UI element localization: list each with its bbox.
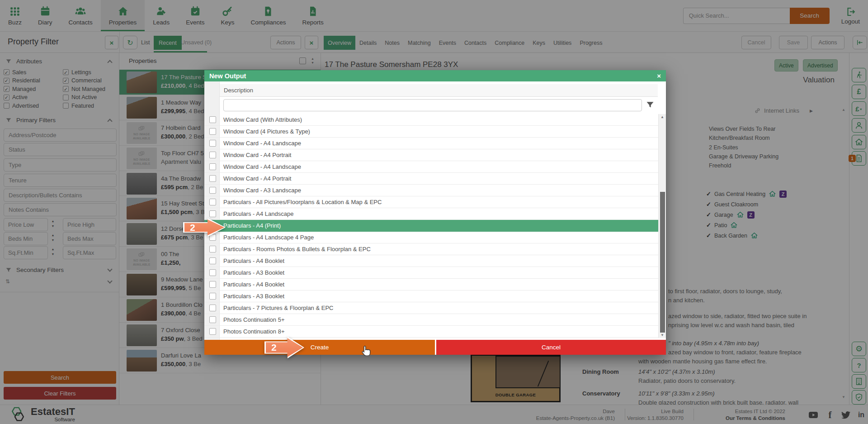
modal-header: New Output × bbox=[204, 70, 666, 81]
output-row-particulars-rooms-photos-bullets-floorplan-epc[interactable]: Particulars - Rooms Photos & Bullets & F… bbox=[204, 243, 658, 255]
output-row-label: Window Card - A4 Landscape bbox=[223, 163, 301, 170]
row-checkbox[interactable] bbox=[209, 128, 216, 135]
output-row-label: Window Card - A3 Landscape bbox=[223, 187, 301, 194]
output-row-window-card-with-attributes[interactable]: Window Card (With Attributes) bbox=[204, 114, 658, 126]
output-row-label: Particulars - A4 Booklet bbox=[223, 257, 284, 264]
scroll-down-icon[interactable]: ▼ bbox=[659, 333, 666, 337]
step-annotation-create: 2 bbox=[264, 337, 304, 358]
output-row-label: Particulars - A3 Booklet bbox=[223, 269, 284, 276]
output-row-label: Photos Continuation 8+ bbox=[223, 328, 285, 335]
output-row-particulars-a3-booklet[interactable]: Particulars - A3 Booklet bbox=[204, 267, 658, 279]
modal-scrollbar[interactable]: ▲ ▼ bbox=[658, 114, 666, 338]
filter-funnel-icon[interactable] bbox=[646, 100, 655, 110]
output-row-label: Particulars - 7 Pictures & Floorplan & E… bbox=[223, 305, 333, 311]
output-row-particulars-a4-landscape[interactable]: Particulars - A4 Landscape bbox=[204, 208, 658, 220]
output-row-label: Window Card - A4 Portrait bbox=[223, 152, 291, 158]
output-row-particulars-7-pictures-floorplan-epc[interactable]: Particulars - 7 Pictures & Floorplan & E… bbox=[204, 302, 658, 314]
modal-cancel-button[interactable]: Cancel bbox=[436, 340, 666, 355]
create-button[interactable]: Create bbox=[204, 340, 435, 355]
output-row-window-card-a4-portrait[interactable]: Window Card - A4 Portrait bbox=[204, 149, 658, 161]
output-row-label: Window Card - A4 Portrait bbox=[223, 175, 291, 182]
output-row-particulars-a4-booklet[interactable]: Particulars - A4 Booklet bbox=[204, 255, 658, 267]
output-row-particulars-a4-print[interactable]: Particulars - A4 (Print) bbox=[204, 220, 658, 232]
row-checkbox[interactable] bbox=[209, 305, 216, 311]
output-row-label: Window Card - A4 Landscape bbox=[223, 140, 301, 147]
modal-body: Description Window Card (With Attributes… bbox=[204, 81, 666, 340]
output-row-window-card-a4-landscape[interactable]: Window Card - A4 Landscape bbox=[204, 161, 658, 173]
output-row-particulars-a4-booklet[interactable]: Particulars - A4 Booklet bbox=[204, 279, 658, 291]
row-checkbox[interactable] bbox=[209, 116, 216, 123]
row-checkbox[interactable] bbox=[209, 246, 216, 252]
hand-cursor-icon bbox=[359, 345, 372, 359]
scroll-up-icon[interactable]: ▲ bbox=[659, 115, 666, 119]
row-checkbox[interactable] bbox=[209, 316, 216, 323]
output-row-label: Photos Continuation 5+ bbox=[223, 316, 285, 323]
output-row-label: Particulars - Rooms Photos & Bullets & F… bbox=[223, 246, 371, 252]
output-row-label: Particulars - A4 Landscape 4 Page bbox=[223, 234, 314, 241]
output-row-particulars-a3-booklet[interactable]: Particulars - A3 Booklet bbox=[204, 291, 658, 302]
row-checkbox[interactable] bbox=[209, 257, 216, 264]
output-row-window-card-4-pictures-type[interactable]: Window Card (4 Pictures & Type) bbox=[204, 126, 658, 138]
description-column-header: Description bbox=[220, 84, 658, 97]
step-annotation-row: 2 bbox=[183, 218, 226, 237]
step-annotation-label: 2 bbox=[190, 222, 195, 233]
modal-close-icon[interactable]: × bbox=[657, 72, 661, 80]
output-row-particulars-all-pictures-floorplans-location-map-epc[interactable]: Particulars - All Pictures/Floorplans & … bbox=[204, 196, 658, 208]
row-checkbox[interactable] bbox=[209, 210, 216, 217]
row-checkbox[interactable] bbox=[209, 163, 216, 170]
output-rows: Window Card (With Attributes)Window Card… bbox=[204, 114, 658, 338]
output-row-label: Particulars - A3 Booklet bbox=[223, 293, 284, 300]
modal-title: New Output bbox=[209, 72, 246, 80]
new-output-modal: New Output × Description Window Card (Wi… bbox=[204, 70, 666, 355]
row-checkbox[interactable] bbox=[209, 152, 216, 158]
scrollbar-thumb[interactable] bbox=[660, 192, 665, 333]
output-row-window-card-a3-landscape[interactable]: Window Card - A3 Landscape bbox=[204, 185, 658, 196]
output-row-particulars-a4-landscape-4-page[interactable]: Particulars - A4 Landscape 4 Page bbox=[204, 232, 658, 243]
output-row-label: Particulars - A4 (Print) bbox=[223, 222, 281, 229]
row-checkbox[interactable] bbox=[209, 199, 216, 205]
step-annotation-label: 2 bbox=[271, 342, 277, 353]
row-checkbox[interactable] bbox=[209, 328, 216, 335]
output-row-window-card-a4-landscape[interactable]: Window Card - A4 Landscape bbox=[204, 138, 658, 149]
output-row-label: Particulars - A4 Booklet bbox=[223, 281, 284, 288]
row-checkbox[interactable] bbox=[209, 175, 216, 182]
output-row-label: Window Card (4 Pictures & Type) bbox=[223, 128, 310, 135]
output-row-label: Window Card (With Attributes) bbox=[223, 116, 302, 123]
row-checkbox[interactable] bbox=[209, 269, 216, 276]
output-row-label: Particulars - A4 Landscape bbox=[223, 210, 293, 217]
description-filter-input[interactable] bbox=[223, 99, 642, 111]
row-checkbox[interactable] bbox=[209, 140, 216, 147]
row-checkbox[interactable] bbox=[209, 187, 216, 194]
output-row-window-card-a4-portrait[interactable]: Window Card - A4 Portrait bbox=[204, 173, 658, 185]
output-row-label: Particulars - All Pictures/Floorplans & … bbox=[223, 199, 382, 205]
output-row-photos-continuation-5[interactable]: Photos Continuation 5+ bbox=[204, 314, 658, 326]
row-checkbox[interactable] bbox=[209, 281, 216, 288]
output-row-photos-continuation-8[interactable]: Photos Continuation 8+ bbox=[204, 326, 658, 338]
row-checkbox[interactable] bbox=[209, 293, 216, 300]
